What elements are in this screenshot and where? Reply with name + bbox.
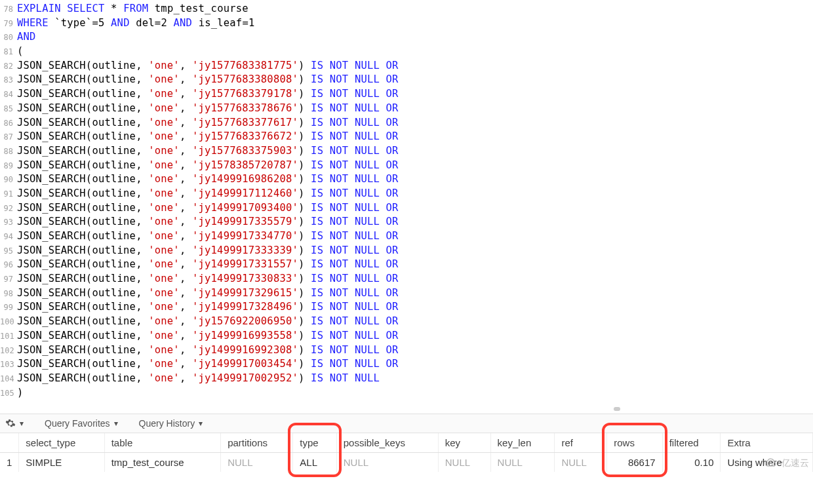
code-line[interactable]: 80AND	[0, 31, 813, 45]
col-filtered[interactable]: filtered	[662, 433, 721, 453]
col-possible_keys[interactable]: possible_keys	[336, 433, 438, 453]
code-line[interactable]: 103JSON_SEARCH(outline, 'one', 'jy149991…	[0, 358, 813, 372]
code-line[interactable]: 90JSON_SEARCH(outline, 'one', 'jy1499916…	[0, 173, 813, 187]
line-number: 97	[0, 275, 17, 284]
code-content: EXPLAIN SELECT * FROM tmp_test_course	[17, 3, 248, 14]
settings-menu[interactable]: ▾	[5, 418, 24, 429]
code-line[interactable]: 98JSON_SEARCH(outline, 'one', 'jy1499917…	[0, 287, 813, 301]
line-number: 102	[0, 346, 17, 355]
cell-table[interactable]: tmp_test_course	[104, 453, 220, 473]
code-content: JSON_SEARCH(outline, 'one', 'jy157768337…	[17, 88, 399, 100]
cell-select_type[interactable]: SIMPLE	[19, 453, 104, 473]
cell-possible_keys[interactable]: NULL	[336, 453, 438, 473]
line-number: 103	[0, 360, 17, 369]
col-Extra[interactable]: Extra	[721, 433, 813, 453]
code-content: JSON_SEARCH(outline, 'one', 'jy149991711…	[17, 187, 399, 199]
line-number: 95	[0, 246, 17, 256]
code-content: AND	[17, 31, 36, 43]
code-content: JSON_SEARCH(outline, 'one', 'jy149991700…	[17, 358, 399, 370]
cell-filtered[interactable]: 0.10	[662, 453, 721, 473]
line-number: 85	[0, 104, 17, 113]
query-toolbar: ▾ Query Favorites ▾ Query History ▾	[0, 414, 813, 433]
code-line[interactable]: 104JSON_SEARCH(outline, 'one', 'jy149991…	[0, 372, 813, 387]
code-line[interactable]: 91JSON_SEARCH(outline, 'one', 'jy1499917…	[0, 187, 813, 202]
line-number: 82	[0, 62, 17, 71]
line-number: 83	[0, 75, 17, 85]
code-line[interactable]: 83JSON_SEARCH(outline, 'one', 'jy1577683…	[0, 73, 813, 88]
code-line[interactable]: 86JSON_SEARCH(outline, 'one', 'jy1577683…	[0, 117, 813, 131]
line-number: 92	[0, 204, 17, 213]
line-number: 100	[0, 317, 17, 326]
code-content: JSON_SEARCH(outline, 'one', 'jy149991733…	[17, 258, 399, 270]
cell-type[interactable]: ALL	[293, 453, 336, 473]
code-line[interactable]: 97JSON_SEARCH(outline, 'one', 'jy1499917…	[0, 273, 813, 287]
code-line[interactable]: 95JSON_SEARCH(outline, 'one', 'jy1499917…	[0, 244, 813, 259]
code-line[interactable]: 96JSON_SEARCH(outline, 'one', 'jy1499917…	[0, 258, 813, 273]
col-partitions[interactable]: partitions	[221, 433, 293, 453]
code-line[interactable]: 82JSON_SEARCH(outline, 'one', 'jy1577683…	[0, 60, 813, 74]
line-number: 104	[0, 374, 17, 383]
results-panel: select_typetablepartitionstypepossible_k…	[0, 433, 813, 472]
explain-results-table[interactable]: select_typetablepartitionstypepossible_k…	[0, 433, 813, 472]
cell-rows[interactable]: 86617	[607, 453, 662, 473]
code-line[interactable]: 84JSON_SEARCH(outline, 'one', 'jy1577683…	[0, 88, 813, 102]
cell-key[interactable]: NULL	[438, 453, 490, 473]
code-content: JSON_SEARCH(outline, 'one', 'jy157692200…	[17, 315, 399, 327]
line-number: 84	[0, 90, 17, 99]
col-table[interactable]: table	[104, 433, 220, 453]
code-line[interactable]: 79WHERE `type`=5 AND del=2 AND is_leaf=1	[0, 17, 813, 31]
code-content: JSON_SEARCH(outline, 'one', 'jy149991733…	[17, 273, 399, 284]
line-number: 86	[0, 119, 17, 128]
sql-editor[interactable]: 78EXPLAIN SELECT * FROM tmp_test_course7…	[0, 0, 813, 404]
code-line[interactable]: 87JSON_SEARCH(outline, 'one', 'jy1577683…	[0, 130, 813, 145]
code-line[interactable]: 105)	[0, 387, 813, 401]
line-number: 98	[0, 289, 17, 298]
cell-partitions[interactable]: NULL	[221, 453, 293, 473]
query-favorites-menu[interactable]: Query Favorites ▾	[45, 418, 118, 429]
query-history-menu[interactable]: Query History ▾	[139, 418, 203, 429]
query-favorites-label: Query Favorites	[45, 418, 110, 429]
line-number: 99	[0, 303, 17, 312]
col-rownum[interactable]	[0, 433, 19, 453]
cell-rownum[interactable]: 1	[0, 453, 19, 473]
line-number: 94	[0, 232, 17, 241]
code-line[interactable]: 94JSON_SEARCH(outline, 'one', 'jy1499917…	[0, 230, 813, 244]
code-line[interactable]: 89JSON_SEARCH(outline, 'one', 'jy1578385…	[0, 159, 813, 174]
col-ref[interactable]: ref	[555, 433, 607, 453]
code-line[interactable]: 85JSON_SEARCH(outline, 'one', 'jy1577683…	[0, 102, 813, 117]
line-number: 81	[0, 47, 17, 56]
code-content: JSON_SEARCH(outline, 'one', 'jy149991732…	[17, 287, 399, 299]
code-line[interactable]: 102JSON_SEARCH(outline, 'one', 'jy149991…	[0, 344, 813, 359]
code-content: JSON_SEARCH(outline, 'one', 'jy157838572…	[17, 159, 399, 171]
chevron-down-icon: ▾	[114, 419, 118, 428]
code-line[interactable]: 78EXPLAIN SELECT * FROM tmp_test_course	[0, 3, 813, 17]
col-key[interactable]: key	[438, 433, 490, 453]
col-rows[interactable]: rows	[607, 433, 662, 453]
line-number: 89	[0, 161, 17, 170]
code-content: JSON_SEARCH(outline, 'one', 'jy149991700…	[17, 372, 380, 384]
code-line[interactable]: 101JSON_SEARCH(outline, 'one', 'jy149991…	[0, 330, 813, 344]
code-line[interactable]: 100JSON_SEARCH(outline, 'one', 'jy157692…	[0, 315, 813, 330]
code-line[interactable]: 92JSON_SEARCH(outline, 'one', 'jy1499917…	[0, 202, 813, 216]
code-line[interactable]: 81(	[0, 45, 813, 60]
line-number: 91	[0, 189, 17, 199]
line-number: 80	[0, 33, 17, 42]
watermark-text: 亿速云	[782, 457, 809, 469]
line-number: 87	[0, 132, 17, 142]
code-line[interactable]: 99JSON_SEARCH(outline, 'one', 'jy1499917…	[0, 301, 813, 315]
col-select_type[interactable]: select_type	[19, 433, 104, 453]
code-content: JSON_SEARCH(outline, 'one', 'jy149991732…	[17, 301, 399, 313]
col-type[interactable]: type	[293, 433, 336, 453]
code-content: JSON_SEARCH(outline, 'one', 'jy149991699…	[17, 330, 399, 341]
code-line[interactable]: 93JSON_SEARCH(outline, 'one', 'jy1499917…	[0, 216, 813, 230]
cell-ref[interactable]: NULL	[555, 453, 607, 473]
col-key_len[interactable]: key_len	[490, 433, 555, 453]
code-content: JSON_SEARCH(outline, 'one', 'jy149991733…	[17, 244, 399, 256]
cell-key_len[interactable]: NULL	[490, 453, 555, 473]
line-number: 96	[0, 260, 17, 269]
query-history-label: Query History	[139, 418, 195, 429]
cloud-icon	[763, 458, 779, 469]
code-content: JSON_SEARCH(outline, 'one', 'jy149991699…	[17, 344, 399, 356]
code-line[interactable]: 88JSON_SEARCH(outline, 'one', 'jy1577683…	[0, 145, 813, 159]
table-row[interactable]: 1SIMPLEtmp_test_courseNULLALLNULLNULLNUL…	[0, 453, 813, 473]
